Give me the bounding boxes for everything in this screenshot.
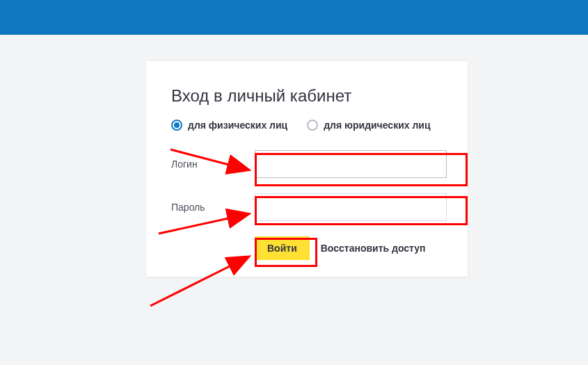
page-title: Вход в личный кабинет xyxy=(171,86,447,106)
login-card: Вход в личный кабинет для физических лиц… xyxy=(146,61,468,277)
radio-legal[interactable]: для юридических лиц xyxy=(307,120,430,131)
login-row: Логин xyxy=(171,150,447,178)
login-label: Логин xyxy=(171,159,255,170)
radio-icon xyxy=(307,120,318,131)
submit-button[interactable]: Войти xyxy=(255,236,310,260)
radio-icon xyxy=(171,120,182,131)
recover-access-link[interactable]: Восстановить доступ xyxy=(321,243,426,254)
password-label: Пароль xyxy=(171,202,255,213)
password-row: Пароль xyxy=(171,193,447,221)
password-input[interactable] xyxy=(255,193,447,221)
login-input[interactable] xyxy=(255,150,447,178)
actions-row: Войти Восстановить доступ xyxy=(255,236,447,260)
radio-legal-label: для юридических лиц xyxy=(324,120,430,131)
account-type-radios: для физических лиц для юридических лиц xyxy=(171,120,447,131)
radio-individual-label: для физических лиц xyxy=(188,120,287,131)
radio-individual[interactable]: для физических лиц xyxy=(171,120,287,131)
header-bar xyxy=(0,0,588,35)
